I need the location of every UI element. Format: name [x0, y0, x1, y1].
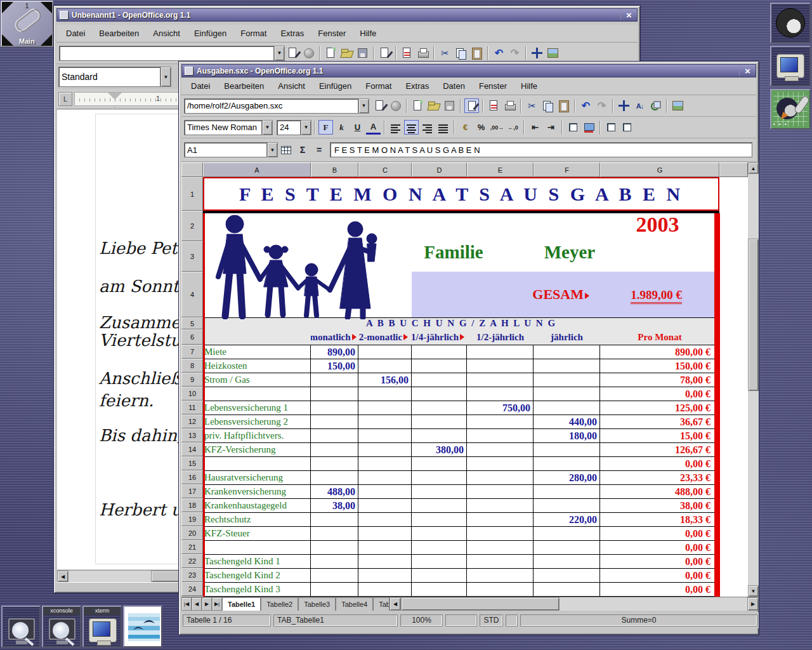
cell-D10[interactable]: [412, 387, 467, 401]
cell-C14[interactable]: [358, 443, 412, 456]
cell-E17[interactable]: [467, 485, 534, 498]
menu-extras[interactable]: Extras: [400, 79, 435, 93]
cell-A21[interactable]: [203, 541, 311, 554]
data-rows[interactable]: Miete890,00890,00 €Heizkosten150,00150,0…: [203, 345, 719, 597]
cell-D7[interactable]: [412, 345, 467, 359]
cell-D15[interactable]: [412, 457, 467, 470]
select-all-corner[interactable]: [181, 162, 203, 177]
prev-sheet-icon[interactable]: ◀: [192, 597, 202, 611]
cell-reference-combo[interactable]: A1 ▼: [184, 142, 278, 157]
cut-icon[interactable]: ✂: [525, 98, 539, 113]
align-left-icon[interactable]: [388, 120, 403, 135]
cell-A22[interactable]: Taschengeld Kind 1: [203, 555, 311, 568]
row-header-14[interactable]: 14: [181, 442, 203, 456]
column-header-C[interactable]: C: [358, 162, 412, 177]
cell-B17[interactable]: 488,00: [311, 485, 358, 498]
cell-F10[interactable]: [534, 387, 600, 401]
cell-familie[interactable]: Familie: [412, 242, 495, 263]
cell-E13[interactable]: [467, 429, 534, 442]
column-header-G[interactable]: G: [600, 162, 719, 177]
edit-mode-icon[interactable]: [464, 98, 479, 113]
percent-format-icon[interactable]: %: [474, 120, 488, 135]
cell-F11[interactable]: [534, 401, 600, 415]
delete-decimal-icon[interactable]: ←,0: [506, 120, 520, 135]
cell-A20[interactable]: KFZ-Steuer: [203, 527, 311, 540]
cell-E22[interactable]: [467, 555, 534, 568]
cell-A23[interactable]: Taschengeld Kind 2: [203, 569, 311, 582]
decrease-indent-icon[interactable]: ⇤: [528, 120, 542, 135]
row-header-17[interactable]: 17: [181, 484, 203, 498]
chevron-down-icon[interactable]: ▼: [274, 46, 285, 61]
copy-icon[interactable]: [454, 46, 468, 60]
increase-indent-icon[interactable]: ⇥: [544, 120, 558, 135]
chevron-down-icon[interactable]: ▼: [262, 120, 273, 135]
save-icon[interactable]: [442, 98, 457, 113]
tab-type-selector[interactable]: L: [58, 92, 72, 106]
cell-E21[interactable]: [467, 541, 534, 554]
cell-F14[interactable]: [534, 443, 600, 456]
close-button[interactable]: ×: [620, 10, 637, 20]
cell-C8[interactable]: [358, 359, 412, 373]
cell-C12[interactable]: [358, 415, 412, 428]
row-header-12[interactable]: 12: [181, 415, 203, 428]
row-header-11[interactable]: 11: [181, 401, 203, 415]
row-header-24[interactable]: 24: [181, 582, 203, 596]
print-file-icon[interactable]: [400, 46, 414, 60]
print-file-icon[interactable]: [487, 98, 501, 113]
cell-D14[interactable]: 380,00: [412, 443, 467, 456]
navigator-icon[interactable]: [530, 46, 544, 60]
cell-E14[interactable]: [467, 443, 534, 456]
row-header-22[interactable]: 22: [181, 554, 203, 568]
cell-G16[interactable]: 23,33 €: [600, 471, 719, 484]
family-clipart[interactable]: [204, 213, 409, 319]
cell-D17[interactable]: [412, 485, 467, 498]
cell-B20[interactable]: [311, 527, 358, 540]
row-header-21[interactable]: 21: [181, 540, 203, 554]
align-justify-icon[interactable]: [436, 120, 450, 135]
cell-D22[interactable]: [412, 555, 467, 568]
cell-A13[interactable]: priv. Haftpflichtvers.: [203, 429, 311, 442]
cell-D18[interactable]: [412, 499, 467, 512]
cell-D13[interactable]: [412, 429, 467, 442]
row-header-13[interactable]: 13: [181, 428, 203, 442]
cell-E12[interactable]: [467, 415, 534, 428]
underline-icon[interactable]: U: [350, 120, 365, 135]
cell-meyer[interactable]: Meyer: [532, 242, 607, 263]
desktop-icon-terminal[interactable]: [770, 46, 811, 86]
menu-einf-gen[interactable]: Einfügen: [188, 27, 232, 40]
align-top-icon[interactable]: [604, 120, 619, 135]
cell-B8[interactable]: 150,00: [311, 359, 358, 373]
cell-F21[interactable]: [534, 541, 600, 554]
cell-C11[interactable]: [358, 401, 412, 415]
cell-C16[interactable]: [358, 471, 412, 484]
cut-icon[interactable]: ✂: [438, 46, 452, 60]
sum-icon[interactable]: Σ: [296, 143, 310, 157]
copy-icon[interactable]: [540, 98, 555, 113]
menu-extras[interactable]: Extras: [275, 27, 310, 40]
cell-C22[interactable]: [358, 555, 412, 568]
cell-G7[interactable]: 890,00 €: [600, 345, 719, 359]
cell-C10[interactable]: [358, 387, 412, 401]
menu-hilfe[interactable]: Hilfe: [354, 27, 382, 40]
font-size-combo[interactable]: 24 ▼: [277, 120, 311, 135]
cell-C9[interactable]: 156,00: [358, 373, 412, 387]
cell-C18[interactable]: [358, 499, 412, 512]
save-icon[interactable]: [355, 46, 370, 60]
menu-ansicht[interactable]: Ansicht: [147, 27, 186, 40]
cell-G10[interactable]: 0,00 €: [600, 387, 719, 401]
tab-tabelle3[interactable]: Tabelle3: [298, 597, 336, 611]
cell-borders-icon[interactable]: [566, 120, 580, 135]
cell-A8[interactable]: Heizkosten: [203, 359, 311, 373]
menu-fenster[interactable]: Fenster: [312, 27, 351, 40]
bold-icon[interactable]: F: [318, 120, 333, 135]
menu-ansicht[interactable]: Ansicht: [272, 79, 311, 93]
workspace-pager[interactable]: 1 Main: [1, 1, 53, 47]
font-name-combo[interactable]: Times New Roman ▼: [184, 120, 273, 135]
cell-G21[interactable]: 0,00 €: [600, 541, 719, 554]
tab-tabelle1[interactable]: Tabelle1: [222, 597, 261, 611]
menu-bearbeiten[interactable]: Bearbeiten: [93, 27, 145, 40]
cell-D16[interactable]: [412, 471, 467, 484]
chevron-down-icon[interactable]: ▼: [267, 142, 278, 157]
row-header-3[interactable]: 3: [181, 241, 203, 272]
next-sheet-icon[interactable]: ▶: [202, 597, 212, 611]
